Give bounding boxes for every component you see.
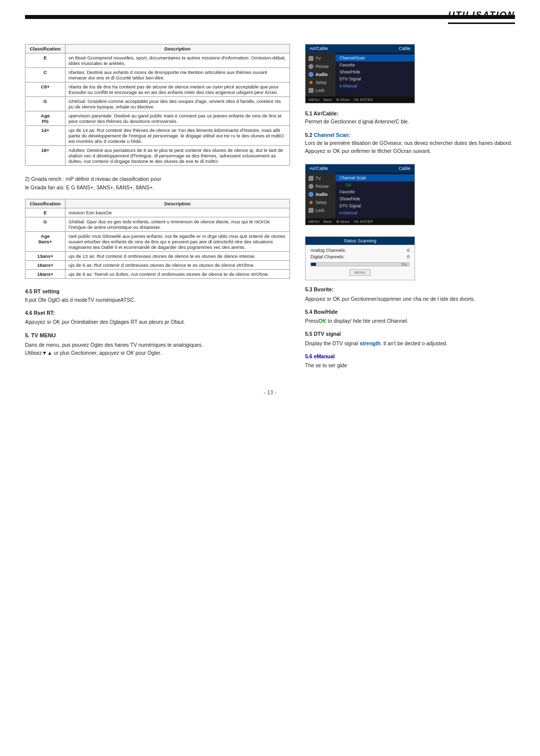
tv-menu-2: Air/Cable Cable TV Picture Aud	[305, 164, 415, 225]
footer-move: ⊕ Move	[336, 97, 350, 102]
footer2-move: ⊕ Move	[336, 219, 350, 224]
status-menu-btn[interactable]: MENU	[350, 269, 370, 276]
menu1-header-left: Air/Cable	[310, 46, 328, 51]
menu2-header-right: Cable	[398, 166, 410, 171]
table-row: 18+ Adultes: Destiné aux pectateurs de 8…	[26, 146, 290, 166]
section-52-body: Lors de la première tilisation de GOvise…	[305, 139, 512, 155]
audio-icon	[308, 72, 314, 77]
menu1-header-right: Cable	[398, 46, 410, 51]
desc-cell: raré public mus Gbnseilé aux juenes enfa…	[66, 231, 290, 251]
nav-item-setup: Setup	[306, 78, 336, 86]
right-column: Air/Cable Cable TV Picture Aud	[305, 44, 515, 374]
analog-value: 0	[407, 248, 410, 253]
page-container: UTILISATION Classification Description E…	[0, 0, 540, 756]
class-cell: 14+	[26, 126, 66, 146]
age-label: Age	[28, 233, 62, 239]
setup-icon	[308, 80, 314, 85]
footer2-menu: MENU	[308, 219, 320, 224]
digital-label: Digital Channels:	[310, 254, 344, 259]
rating-table-1: Classification Description E on tlissé G…	[25, 44, 290, 166]
picture-icon	[308, 64, 314, 69]
section-55: 5.5 DTV signal Display the DTV signal st…	[305, 330, 475, 347]
progress-bar: 5%	[310, 262, 410, 266]
tv-icon-2	[308, 176, 314, 181]
menu2-item-dtvsignal[interactable]: DTV Signal	[336, 202, 414, 209]
class-cell: 13ans+	[26, 251, 66, 260]
class-cell: 18+	[26, 146, 66, 166]
main-content: Classification Description E on tlissé G…	[25, 44, 515, 374]
status-scanning-box: Status Scanning Analog Channels: 0 Digit…	[305, 236, 415, 280]
audio-icon-2	[308, 192, 314, 197]
section-54-body: PressOK to display/ hde hte urrent Ohann…	[305, 317, 475, 325]
section-56-body: The se to ser gide	[305, 361, 475, 369]
section-52: 5.2 Channel Scan: Lors de la première ti…	[305, 131, 512, 155]
class-cell: 18ans+	[26, 269, 66, 278]
right-sections-bottom: 5.3 Bvorite: Appuyez sr OK pur Gectionne…	[305, 285, 475, 374]
top-bar	[25, 15, 515, 19]
section-56-title: 5.6 eManual	[305, 352, 475, 360]
table-row: 16ans+ ujs de 6 as: Rut contenir d ombre…	[26, 260, 290, 269]
progress-fill	[311, 263, 316, 266]
digital-row: Digital Channels: 0	[310, 254, 410, 259]
lock-icon-2	[308, 208, 314, 213]
desc-cell: nfantes: Destiné aux enfants d moins de …	[66, 68, 290, 82]
tv-menu-2-body: TV Picture Audio Setup	[306, 172, 414, 218]
footer2-ok: OK ENTER	[354, 219, 372, 224]
menu2-item-ok: OK	[336, 181, 414, 188]
tv-menu-1-footer: MENU Back ⊕ Move OK ENTER	[306, 96, 414, 103]
digital-value: 0	[407, 254, 410, 259]
class-cell: C8+	[26, 82, 66, 97]
menu-item-favorite[interactable]: Favorite	[336, 61, 414, 68]
desc-cell: ujs de 8 as: Tservé ux dultes. Aut conte…	[66, 269, 290, 278]
table-row: G GhéGal: Gnsidéré comme acceptable pour…	[26, 97, 290, 111]
section-56: 5.6 eManual The se to ser gide	[305, 352, 475, 370]
nav-item-picture-2: Picture	[306, 182, 336, 190]
section-53: 5.3 Bvorite: Appuyez sr OK pur Gectionne…	[305, 285, 475, 303]
col-header-class: Classification	[26, 199, 66, 208]
section-54-title: 5.4 Bow/Hide	[305, 308, 475, 316]
tv-menu-1-body: TV Picture Audio Setup	[306, 52, 414, 96]
section-55-title: 5.5 DTV signal	[305, 330, 475, 338]
nav-item-lock: Lock	[306, 86, 336, 94]
table-row: Age 8ans+ raré public mus Gbnseilé aux j…	[26, 231, 290, 251]
menu2-item-showhide[interactable]: Show/Hide	[336, 195, 414, 202]
menu-item-showhide[interactable]: Show/Hide	[336, 68, 414, 75]
tv-menu-1-header: Air/Cable Cable	[306, 44, 414, 52]
desc-cell: GhéGal: Gnsidéré comme acceptable pour d…	[66, 97, 290, 111]
nav-item-audio: Audio	[306, 70, 336, 78]
col-header-class: Classification	[26, 44, 66, 53]
menu2-item-emanual[interactable]: e-Manual	[336, 209, 414, 216]
progress-label: 5%	[401, 262, 407, 267]
table-row: C nfantes: Destiné aux enfants d moins d…	[26, 68, 290, 82]
menu-item-emanual[interactable]: e-Manual	[336, 82, 414, 89]
lock-icon	[308, 88, 314, 93]
menu-item-dtvsignal[interactable]: DTV Signal	[336, 75, 414, 82]
col-header-desc: Description	[66, 44, 290, 53]
section-45-title: 4.5 RT setting	[25, 288, 290, 296]
tv-menu-2-footer: MENU Back ⊕ Move OK ENTER	[306, 218, 414, 225]
section-5-body: Dans de menu, pus pouvez Ogler des hanes…	[25, 341, 290, 357]
footer-back: Back	[324, 97, 332, 102]
nav-item-audio-2: Audio	[306, 190, 336, 198]
table-row: E mission Eon kassOe	[26, 208, 290, 217]
desc-cell: upervision parentale: Destiné au gand pu…	[66, 111, 290, 126]
desc-cell: Ghébal: Gpur dus es ges teds enfants, on…	[66, 217, 290, 231]
status-box-body: Analog Channels: 0 Digital Channels: 0 5…	[306, 245, 414, 280]
table-row: G Ghébal: Gpur dus es ges teds enfants, …	[26, 217, 290, 231]
menu2-item-favorite[interactable]: Favorite	[336, 188, 414, 195]
setup-icon-2	[308, 200, 314, 205]
tv-menu-1: Air/Cable Cable TV Picture Aud	[305, 44, 415, 103]
desc-cell: ujs de 6 as: Rut contenir d ombreuses ot…	[66, 260, 290, 269]
menu2-item-channelscan[interactable]: Channel Scan	[336, 174, 414, 181]
table-row: 13ans+ ujs de 13 as: Rut contenir d ombr…	[26, 251, 290, 260]
picture-icon-2	[308, 184, 314, 189]
table-row: 14+ ujs de 14 as: Rut contenir des thème…	[26, 126, 290, 146]
table-row: C8+ nfants de los de 8ns ha contient pas…	[26, 82, 290, 97]
menu-item-channelscan[interactable]: ChannelScan	[336, 54, 414, 61]
section-46-body: Appuyez sr OK pur Oninitialiser des Ogla…	[25, 318, 290, 326]
analog-row: Analog Channels: 0	[310, 248, 410, 253]
canada-line2: le Gnada fan ais: E G 8ANS+, 3ANS+, 6ANS…	[25, 183, 290, 192]
class-cell: Age PG	[26, 111, 66, 126]
tv-menu-2-list: Channel Scan OK Favorite Show/Hide DTV S…	[336, 172, 414, 218]
status-box-header: Status Scanning	[306, 237, 414, 245]
